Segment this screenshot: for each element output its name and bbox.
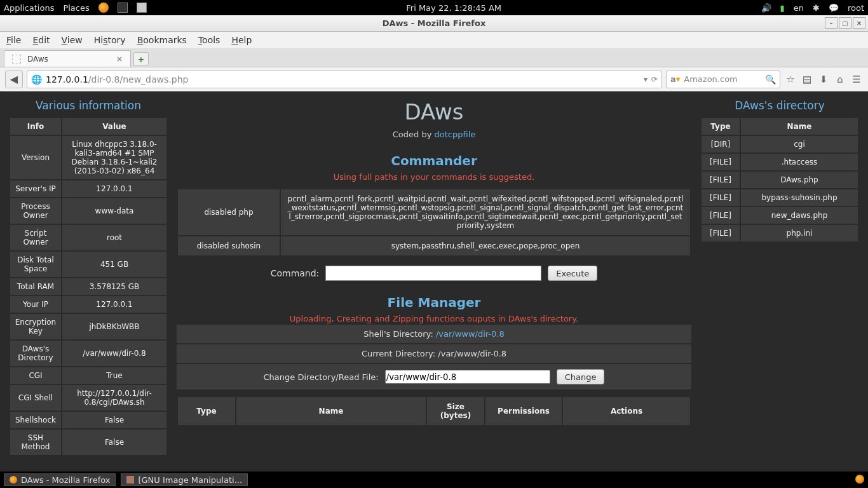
dir-file-link[interactable]: new_daws.php bbox=[741, 207, 858, 224]
dir-type: [FILE] bbox=[702, 207, 740, 224]
window-maximize-button[interactable]: ▢ bbox=[839, 17, 851, 29]
downloads-icon[interactable]: ⬇ bbox=[817, 73, 830, 86]
back-button[interactable]: ◀ bbox=[5, 71, 23, 88]
shell-directory-link[interactable]: /var/www/dir-0.8 bbox=[436, 329, 505, 339]
info-key: CGI Shell bbox=[10, 385, 61, 410]
menu-tools[interactable]: Tools bbox=[198, 35, 220, 45]
col-size: Size (bytes) bbox=[427, 397, 484, 425]
info-value: True bbox=[62, 367, 166, 384]
tab-daws[interactable]: DAws × bbox=[4, 50, 131, 67]
current-directory-row: Current Directory: /var/www/dir-0.8 bbox=[177, 344, 691, 363]
dir-type: [FILE] bbox=[702, 172, 740, 188]
user-menu[interactable]: root bbox=[848, 3, 864, 13]
file-manager-warning: Uploading, Creating and Zipping function… bbox=[177, 314, 691, 323]
terminal-launcher-icon[interactable] bbox=[118, 3, 128, 13]
info-value: False bbox=[62, 412, 166, 428]
amazon-search-engine-icon[interactable]: a▾ bbox=[670, 74, 680, 84]
page-content: Various information InfoValue VersionLin… bbox=[0, 92, 868, 473]
info-key: Version bbox=[10, 136, 61, 179]
taskbar-firefox[interactable]: DAws - Mozilla Firefox bbox=[4, 473, 116, 486]
bookmarks-list-icon[interactable]: ▤ bbox=[801, 73, 813, 86]
battery-icon[interactable]: ▮ bbox=[780, 3, 785, 13]
daws-directory-table: TypeName [DIR]cgi[FILE].htaccess[FILE]DA… bbox=[700, 117, 859, 243]
execute-button[interactable]: Execute bbox=[548, 266, 597, 281]
window-close-button[interactable]: × bbox=[853, 17, 865, 29]
info-key: SSH Method bbox=[10, 430, 61, 455]
menu-file[interactable]: File bbox=[6, 35, 21, 45]
dropdown-history-icon[interactable]: ▾ bbox=[644, 75, 648, 84]
places-menu[interactable]: Places bbox=[63, 3, 89, 13]
bookmark-star-icon[interactable]: ☆ bbox=[784, 73, 797, 86]
dir-file-link[interactable]: php.ini bbox=[741, 225, 858, 241]
dir-file-link[interactable]: cgi bbox=[741, 136, 858, 152]
info-key: Process Owner bbox=[10, 198, 61, 224]
dir-type: [FILE] bbox=[702, 189, 740, 206]
home-icon[interactable]: ⌂ bbox=[834, 73, 846, 86]
info-value: False bbox=[62, 430, 166, 455]
chat-icon[interactable]: 💬 bbox=[829, 3, 839, 13]
menu-edit[interactable]: Edit bbox=[32, 35, 50, 45]
change-directory-input[interactable] bbox=[385, 370, 550, 384]
panel-clock[interactable]: Fri May 22, 1:28:45 AM bbox=[147, 3, 761, 13]
taskbar-gimp[interactable]: [GNU Image Manipulati... bbox=[121, 473, 248, 486]
command-input[interactable] bbox=[325, 266, 541, 281]
file-manager-launcher-icon[interactable] bbox=[137, 3, 147, 13]
desktop-bottom-panel: DAws - Mozilla Firefox [GNU Image Manipu… bbox=[0, 471, 868, 488]
info-value: http://127.0.0.1/dir-0.8/cgi/DAws.sh bbox=[62, 385, 166, 410]
applications-menu[interactable]: Applications bbox=[4, 3, 54, 13]
command-label: Command: bbox=[271, 268, 320, 278]
firefox-launcher-icon[interactable] bbox=[98, 3, 109, 13]
info-value: 3.578125 GB bbox=[62, 278, 166, 295]
dir-file-link[interactable]: DAws.php bbox=[741, 172, 858, 188]
gimp-icon bbox=[126, 476, 134, 484]
col-name: Name bbox=[236, 397, 426, 425]
taskbar-gimp-label: [GNU Image Manipulati... bbox=[138, 475, 242, 485]
various-info-title: Various information bbox=[9, 99, 168, 112]
window-title: DAws - Mozilla Firefox bbox=[383, 18, 486, 28]
tray-firefox-icon[interactable] bbox=[855, 475, 864, 484]
info-value: /var/www/dir-0.8 bbox=[62, 341, 166, 366]
dir-file-link[interactable]: bypass-suhosin.php bbox=[741, 189, 858, 206]
window-minimize-button[interactable]: – bbox=[825, 17, 837, 29]
firefox-icon bbox=[10, 476, 17, 484]
menu-bookmarks[interactable]: Bookmarks bbox=[137, 35, 187, 45]
site-identity-icon[interactable]: 🌐 bbox=[31, 74, 42, 85]
info-value: root bbox=[62, 225, 166, 250]
info-value: 451 GB bbox=[62, 252, 166, 277]
menu-view[interactable]: View bbox=[62, 35, 83, 45]
reload-icon[interactable]: ⟳ bbox=[651, 75, 658, 84]
info-table: InfoValue VersionLinux dhcppc3 3.18.0-ka… bbox=[9, 117, 168, 456]
coded-by-pre: Coded by bbox=[393, 130, 435, 139]
menu-history[interactable]: History bbox=[94, 35, 126, 45]
url-host: 127.0.0.1 bbox=[46, 74, 88, 85]
menu-help[interactable]: Help bbox=[231, 35, 252, 45]
dir-type: [DIR] bbox=[702, 136, 740, 152]
hamburger-menu-icon[interactable]: ☰ bbox=[850, 73, 863, 86]
dir-file-link[interactable]: .htaccess bbox=[741, 154, 858, 170]
app-title: DAws bbox=[177, 99, 691, 125]
new-tab-button[interactable]: + bbox=[133, 52, 149, 66]
search-icon[interactable]: 🔍 bbox=[765, 74, 776, 85]
coded-by-link[interactable]: dotcppfile bbox=[434, 130, 475, 139]
coded-by: Coded by dotcppfile bbox=[177, 130, 691, 139]
change-button[interactable]: Change bbox=[557, 369, 605, 384]
dir-type: [FILE] bbox=[702, 154, 740, 170]
browser-menubar: File Edit View History Bookmarks Tools H… bbox=[0, 32, 868, 48]
current-directory-label: Current Directory: bbox=[362, 349, 438, 358]
tab-title: DAws bbox=[27, 55, 48, 64]
tab-close-icon[interactable]: × bbox=[116, 55, 123, 64]
info-key: Disk Total Space bbox=[10, 252, 61, 277]
url-bar[interactable]: 🌐 127.0.0.1/dir-0.8/new_daws.php ▾ ⟳ bbox=[27, 71, 662, 88]
disabled-php-value: pcntl_alarm,pcntl_fork,pcntl_waitpid,pcn… bbox=[281, 189, 690, 235]
tab-favicon bbox=[12, 55, 21, 64]
info-th-value: Value bbox=[62, 118, 166, 135]
volume-icon[interactable]: 🔊 bbox=[761, 3, 771, 13]
dir-th-name: Name bbox=[741, 118, 858, 135]
file-list-table: Type Name Size (bytes) Permissions Actio… bbox=[177, 396, 691, 426]
bluetooth-icon[interactable]: ✱ bbox=[813, 3, 820, 13]
keyboard-layout-indicator[interactable]: en bbox=[794, 3, 804, 13]
search-box[interactable]: a▾ Amazon.com 🔍 bbox=[666, 71, 780, 88]
desktop-top-panel: Applications Places Fri May 22, 1:28:45 … bbox=[0, 0, 868, 15]
info-value: Linux dhcppc3 3.18.0-kali3-amd64 #1 SMP … bbox=[62, 136, 166, 179]
main-panel: DAws Coded by dotcppfile Commander Using… bbox=[177, 99, 691, 473]
